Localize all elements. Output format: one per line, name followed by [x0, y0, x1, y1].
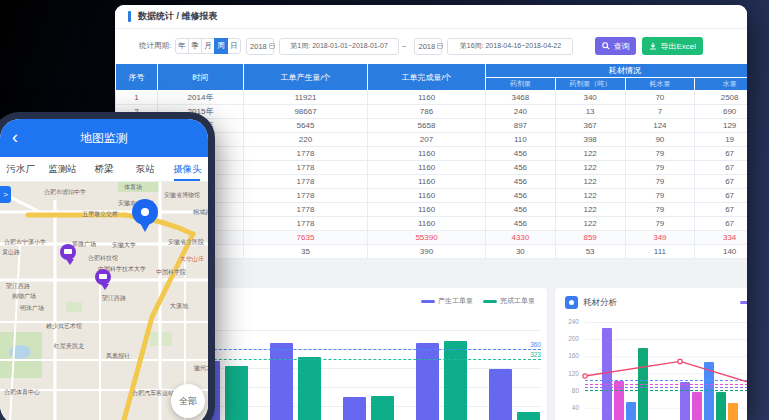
- map-label: 红星美凯龙: [54, 342, 84, 351]
- query-button[interactable]: 查询: [595, 37, 636, 55]
- bar: [371, 396, 394, 420]
- calendar-icon: [269, 43, 275, 49]
- map-label: 体育场: [124, 183, 142, 192]
- col-header: 工单完成量/个: [368, 64, 486, 91]
- col-header: 工单产生量/个: [244, 64, 368, 91]
- period-label: 统计周期:: [139, 41, 171, 51]
- map-label: 徽州大道: [194, 364, 208, 373]
- legend-dash-icon: [421, 300, 435, 303]
- legend-label: 完成工单量: [500, 296, 535, 306]
- map-label: 安徽省立医院: [168, 238, 204, 247]
- col-header: 时间: [158, 64, 244, 91]
- end-year-select[interactable]: 2018: [414, 38, 442, 55]
- calendar-icon: [437, 43, 443, 49]
- phone-tab-bar: 污水厂监测站桥梁泵站摄像头: [0, 157, 208, 182]
- map-label: 购物广场: [12, 292, 36, 301]
- col-header: 序号: [116, 64, 158, 91]
- map-label: 桐城路: [193, 208, 208, 217]
- map-label: 凤凰报社: [106, 352, 130, 361]
- y-tick: 160: [559, 352, 579, 360]
- period-option-年[interactable]: 年: [175, 38, 189, 54]
- phone-tab-摄像头[interactable]: 摄像头: [166, 157, 208, 181]
- consumable-chart-card: 耗材分析 2402001601208040: [555, 288, 747, 420]
- show-all-button[interactable]: 全部: [171, 384, 205, 418]
- map-label: 明珠广场: [20, 304, 44, 313]
- breadcrumb-bar: 数据统计 / 维修报表: [115, 5, 747, 29]
- table-row: 12014年1192111603468340702508: [116, 91, 748, 105]
- sub-col-header: 药剂量（吨）: [555, 78, 625, 91]
- bar: [444, 341, 467, 420]
- camera-pin-icon[interactable]: [60, 244, 76, 260]
- map-label: 五里墩立交桥: [82, 210, 118, 219]
- consumable-chart-title: 耗材分析: [583, 297, 617, 309]
- export-excel-button[interactable]: 导出Excel: [642, 37, 703, 55]
- start-week-input[interactable]: 第1周: 2018-01-01~2018-01-07: [279, 38, 399, 55]
- period-option-季[interactable]: 季: [188, 38, 202, 54]
- table-header: 序号时间工单产生量/个工单完成量/个耗材情况药剂量药剂量（吨）耗水量水量: [116, 64, 748, 91]
- map-label: 合肥体育中心: [4, 388, 40, 397]
- chart-card-icon: [565, 296, 578, 309]
- map-label: 合肥汽车客运站: [132, 389, 174, 398]
- consumable-bar-line-chart: [585, 322, 747, 420]
- workorder-chart-legend: 产生工单量完成工单量: [411, 296, 535, 306]
- legend-dash-icon: [483, 300, 497, 303]
- legend-label: 产生工单量: [438, 296, 473, 306]
- map-label: 中国科学院: [156, 268, 186, 277]
- map-expander-button[interactable]: >: [0, 186, 11, 203]
- sub-col-header: 耗水量: [625, 78, 695, 91]
- range-separator: ~: [402, 42, 406, 51]
- phone-mockup: ‹ 地图监测 污水厂监测站桥梁泵站摄像头: [0, 112, 215, 420]
- map-label: 安徽省博物馆: [164, 191, 200, 200]
- bar: [270, 343, 293, 420]
- map-label: 安徽大学: [112, 241, 136, 250]
- map-label: 翠微广场: [72, 240, 96, 249]
- period-option-月[interactable]: 月: [201, 38, 215, 54]
- bar: [517, 412, 540, 420]
- map-label: 大华山庄: [180, 255, 204, 264]
- trend-line: [585, 322, 747, 420]
- phone-tab-桥梁[interactable]: 桥梁: [83, 157, 125, 181]
- phone-page-title: 地图监测: [80, 130, 128, 147]
- location-pin-icon[interactable]: [132, 199, 158, 225]
- phone-tab-污水厂[interactable]: 污水厂: [0, 157, 42, 181]
- map-label: 大溪地: [170, 302, 188, 311]
- phone-header: ‹ 地图监测: [0, 119, 208, 157]
- map-label: 赖少其艺术馆: [46, 322, 82, 331]
- group-header: 耗材情况: [486, 64, 748, 78]
- y-tick: 80: [559, 387, 579, 395]
- map-label: 合肥市宁溪小学: [4, 238, 46, 247]
- map-label: 黄山路: [2, 248, 20, 257]
- table-row: 22015年98667786240137690: [116, 105, 748, 119]
- filter-bar: 统计周期: 年季月周日 2018 第1周: 2018-01-01~2018-01…: [115, 29, 747, 63]
- y-tick: 200: [559, 335, 579, 343]
- camera-pin-icon[interactable]: [95, 269, 111, 285]
- bar: [489, 369, 512, 420]
- map-view[interactable]: 合肥市琥珀中学体育场安徽省博物馆安徽农业大学桐城路五里墩立交桥合肥市宁溪小学翠微…: [0, 182, 208, 420]
- sub-col-header: 水量: [695, 78, 747, 91]
- phone-tab-监测站[interactable]: 监测站: [42, 157, 84, 181]
- phone-tab-泵站[interactable]: 泵站: [125, 157, 167, 181]
- bar: [343, 397, 366, 420]
- start-year-select[interactable]: 2018: [246, 38, 274, 55]
- y-tick: 240: [559, 318, 579, 326]
- phone-screen: ‹ 地图监测 污水厂监测站桥梁泵站摄像头: [0, 119, 208, 420]
- period-segmented-control: 年季月周日: [175, 38, 241, 54]
- bar: [225, 366, 248, 420]
- download-icon: [649, 42, 657, 50]
- map-label: 望江西路: [102, 294, 126, 303]
- bar: [416, 343, 439, 420]
- breadcrumb-accent: [128, 11, 131, 22]
- back-chevron-icon[interactable]: ‹: [12, 125, 18, 149]
- y-tick: 40: [559, 404, 579, 412]
- period-option-周[interactable]: 周: [214, 38, 228, 54]
- bar: [298, 357, 321, 420]
- map-label: 合肥科技馆: [88, 254, 118, 263]
- map-label: 望江西路: [6, 282, 30, 291]
- y-tick: 120: [559, 370, 579, 378]
- search-icon: [602, 42, 610, 50]
- end-week-input[interactable]: 第16周: 2018-04-16~2018-04-22: [447, 38, 573, 55]
- period-option-日[interactable]: 日: [227, 38, 241, 54]
- sub-col-header: 药剂量: [486, 78, 556, 91]
- map-label: 合肥市琥珀中学: [44, 188, 86, 197]
- breadcrumb: 数据统计 / 维修报表: [138, 10, 218, 23]
